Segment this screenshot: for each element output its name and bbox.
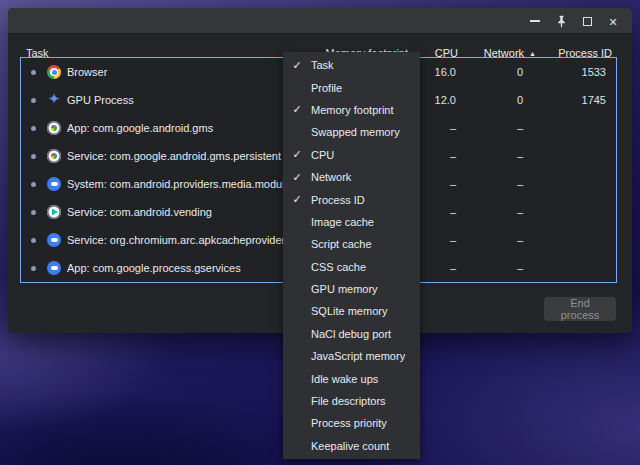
- menu-item[interactable]: File descriptors: [283, 390, 420, 412]
- cpu-value: –: [450, 226, 456, 254]
- task-app-icon: [47, 261, 61, 275]
- network-value: 0: [517, 58, 523, 86]
- menu-item-label: Memory footprint: [311, 104, 394, 116]
- task-app-icon: [47, 93, 61, 107]
- network-value: –: [517, 254, 523, 282]
- network-value: –: [517, 198, 523, 226]
- menu-item-label: Image cache: [311, 216, 374, 228]
- menu-item[interactable]: CPU: [283, 144, 420, 166]
- menu-item[interactable]: CSS cache: [283, 256, 420, 278]
- menu-item-label: Idle wake ups: [311, 373, 378, 385]
- bullet-icon: [31, 126, 36, 131]
- menu-item-label: File descriptors: [311, 395, 386, 407]
- task-name: Service: com.android.vending: [67, 198, 212, 226]
- task-app-icon: [47, 65, 61, 79]
- bullet-icon: [31, 70, 36, 75]
- bullet-icon: [31, 210, 36, 215]
- task-app-icon: [47, 121, 61, 135]
- menu-item-label: Process ID: [311, 194, 365, 206]
- task-app-icon: [47, 149, 61, 163]
- menu-item-label: Network: [311, 171, 351, 183]
- task-name: System: com.android.providers.media.modu…: [67, 170, 291, 198]
- menu-item[interactable]: Task: [283, 54, 420, 76]
- column-context-menu: Task Profile Memory footprint Swapped me…: [283, 52, 420, 459]
- cpu-value: 12.0: [435, 86, 456, 114]
- task-app-icon: [47, 177, 61, 191]
- network-value: –: [517, 170, 523, 198]
- pin-button[interactable]: [548, 8, 574, 34]
- bullet-icon: [31, 266, 36, 271]
- bullet-icon: [31, 98, 36, 103]
- menu-item[interactable]: Process ID: [283, 188, 420, 210]
- maximize-icon: [583, 17, 592, 26]
- desktop-wallpaper: Task Memory footprint CPU Network ▲ Proc…: [0, 0, 640, 465]
- pin-icon: [555, 15, 568, 28]
- menu-item-label: Task: [311, 59, 334, 71]
- menu-item[interactable]: Script cache: [283, 233, 420, 255]
- menu-item[interactable]: Memory footprint: [283, 99, 420, 121]
- network-value: 0: [517, 86, 523, 114]
- window-titlebar[interactable]: [8, 8, 632, 34]
- close-icon: [608, 14, 617, 29]
- task-app-icon: [47, 233, 61, 247]
- checkmark-icon: [283, 59, 311, 72]
- sort-ascending-icon: ▲: [529, 50, 536, 57]
- menu-item[interactable]: Network: [283, 166, 420, 188]
- menu-item-label: Profile: [311, 82, 342, 94]
- menu-item[interactable]: JavaScript memory: [283, 345, 420, 367]
- task-name: Service: org.chromium.arc.apkcacheprovid…: [67, 226, 285, 254]
- menu-item[interactable]: NaCl debug port: [283, 323, 420, 345]
- checkmark-icon: [283, 148, 311, 161]
- menu-item-label: Keepalive count: [311, 440, 389, 452]
- process-id-value: 1533: [582, 58, 606, 86]
- cpu-value: –: [450, 254, 456, 282]
- menu-item[interactable]: Profile: [283, 76, 420, 98]
- cpu-value: 16.0: [435, 58, 456, 86]
- menu-item-label: GPU memory: [311, 283, 378, 295]
- menu-item-label: Script cache: [311, 238, 372, 250]
- bullet-icon: [31, 154, 36, 159]
- network-value: –: [517, 114, 523, 142]
- cpu-value: –: [450, 198, 456, 226]
- cpu-value: –: [450, 170, 456, 198]
- task-name: Browser: [67, 58, 107, 86]
- menu-item-label: SQLite memory: [311, 305, 387, 317]
- network-value: –: [517, 142, 523, 170]
- menu-item[interactable]: Process priority: [283, 412, 420, 434]
- checkmark-icon: [283, 193, 311, 206]
- menu-item[interactable]: Image cache: [283, 211, 420, 233]
- close-button[interactable]: [600, 8, 626, 34]
- menu-item-label: Swapped memory: [311, 126, 400, 138]
- minimize-button[interactable]: [522, 8, 548, 34]
- bullet-icon: [31, 182, 36, 187]
- task-app-icon: [47, 205, 61, 219]
- network-value: –: [517, 226, 523, 254]
- end-process-button[interactable]: End process: [544, 297, 616, 321]
- task-name: GPU Process: [67, 86, 134, 114]
- cpu-value: –: [450, 114, 456, 142]
- menu-item[interactable]: Idle wake ups: [283, 367, 420, 389]
- window-caption-buttons: [522, 8, 626, 34]
- checkmark-icon: [283, 103, 311, 116]
- task-name: App: com.google.android.gms: [67, 114, 213, 142]
- task-name: App: com.google.process.gservices: [67, 254, 241, 282]
- maximize-button[interactable]: [574, 8, 600, 34]
- menu-item[interactable]: GPU memory: [283, 278, 420, 300]
- menu-item[interactable]: SQLite memory: [283, 300, 420, 322]
- menu-item-label: CPU: [311, 149, 334, 161]
- bullet-icon: [31, 238, 36, 243]
- menu-item-label: NaCl debug port: [311, 328, 391, 340]
- menu-item-label: JavaScript memory: [311, 350, 405, 362]
- menu-item[interactable]: Keepalive count: [283, 435, 420, 457]
- minimize-icon: [530, 20, 540, 22]
- process-id-value: 1745: [582, 86, 606, 114]
- menu-item[interactable]: Swapped memory: [283, 121, 420, 143]
- task-name: Service: com.google.android.gms.persiste…: [67, 142, 281, 170]
- menu-item-label: Process priority: [311, 417, 387, 429]
- checkmark-icon: [283, 171, 311, 184]
- menu-item-label: CSS cache: [311, 261, 366, 273]
- cpu-value: –: [450, 142, 456, 170]
